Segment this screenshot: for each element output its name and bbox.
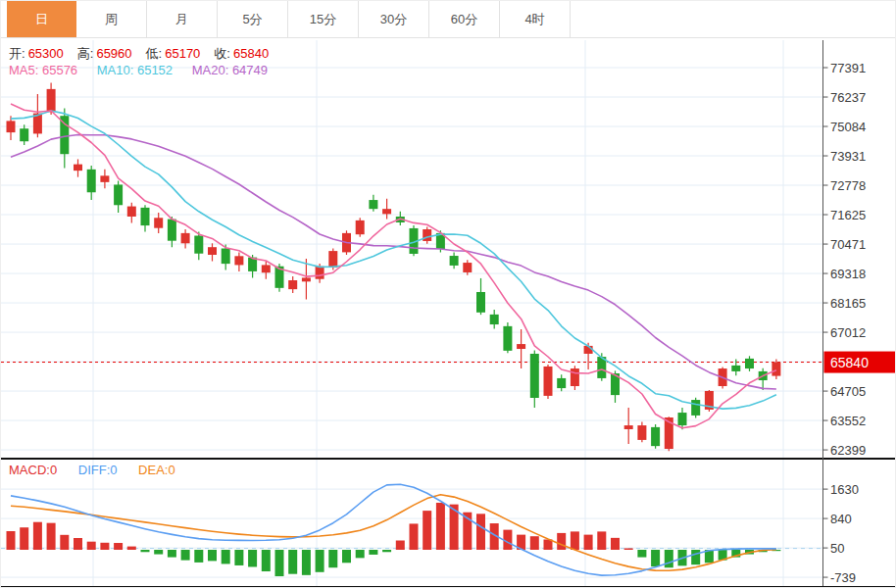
macd-bar[interactable] <box>262 550 271 571</box>
macd-bar[interactable] <box>557 533 566 550</box>
macd-bar[interactable] <box>181 550 190 561</box>
macd-bar[interactable] <box>624 548 633 550</box>
macd-bar[interactable] <box>382 550 391 552</box>
macd-bar[interactable] <box>396 541 405 550</box>
candle[interactable] <box>624 425 633 429</box>
candle[interactable] <box>20 128 28 141</box>
macd-bar[interactable] <box>154 550 163 555</box>
macd-bar[interactable] <box>87 542 96 550</box>
macd-bar[interactable] <box>476 514 485 550</box>
candle[interactable] <box>181 233 190 243</box>
candle[interactable] <box>571 368 579 386</box>
macd-bar[interactable] <box>342 550 351 563</box>
macd-bar[interactable] <box>208 550 217 561</box>
last-price-label: 65840 <box>830 355 869 370</box>
tab-interval-60min[interactable]: 60分 <box>429 1 500 37</box>
macd-bar[interactable] <box>436 503 445 550</box>
macd-bar[interactable] <box>597 531 606 550</box>
candle[interactable] <box>154 218 163 227</box>
macd-bar[interactable] <box>20 527 28 550</box>
macd-bar[interactable] <box>356 550 365 558</box>
macd-bar[interactable] <box>302 550 311 575</box>
macd-bar[interactable] <box>328 550 337 567</box>
macd-bar[interactable] <box>316 550 324 572</box>
candle[interactable] <box>637 425 646 440</box>
candle[interactable] <box>7 121 16 132</box>
candle[interactable] <box>557 378 566 388</box>
macd-bar[interactable] <box>74 538 82 550</box>
macd-bar[interactable] <box>410 523 419 550</box>
candle[interactable] <box>127 207 136 217</box>
candle[interactable] <box>530 354 539 398</box>
candle[interactable] <box>208 247 217 255</box>
macd-bar[interactable] <box>584 535 593 550</box>
candle[interactable] <box>47 89 56 112</box>
last-price-label-group: 65840 <box>824 352 896 373</box>
macd-bar[interactable] <box>691 550 700 564</box>
macd-bar[interactable] <box>530 536 539 550</box>
candle[interactable] <box>316 267 324 279</box>
candle[interactable] <box>328 251 337 268</box>
macd-bar[interactable] <box>114 543 123 550</box>
candle[interactable] <box>463 263 472 272</box>
macd-bar[interactable] <box>194 550 203 563</box>
macd-bar[interactable] <box>571 531 579 550</box>
macd-bar[interactable] <box>47 523 56 550</box>
candle[interactable] <box>114 184 123 205</box>
candle[interactable] <box>369 200 377 209</box>
tab-interval-week[interactable]: 周 <box>76 1 147 37</box>
tab-interval-day[interactable]: 日 <box>7 1 76 37</box>
candle[interactable] <box>678 413 687 425</box>
candle[interactable] <box>234 256 243 265</box>
candle[interactable] <box>87 170 96 192</box>
tab-interval-15min[interactable]: 15分 <box>288 1 359 37</box>
candle[interactable] <box>450 256 459 266</box>
candle[interactable] <box>544 367 553 396</box>
candle[interactable] <box>262 265 271 272</box>
candle[interactable] <box>168 220 176 241</box>
tab-interval-4hour[interactable]: 4时 <box>500 1 571 37</box>
candle[interactable] <box>691 400 700 416</box>
candle[interactable] <box>490 315 499 324</box>
candle[interactable] <box>356 220 365 234</box>
macd-bar[interactable] <box>33 522 42 550</box>
candle[interactable] <box>731 366 740 371</box>
candle[interactable] <box>382 209 391 214</box>
candle[interactable] <box>74 165 82 172</box>
tab-interval-30min[interactable]: 30分 <box>359 1 429 37</box>
candle[interactable] <box>100 175 109 182</box>
candlestick-chart-canvas[interactable]: 7739176237750847393172778716257047169318… <box>1 38 896 588</box>
macd-bar[interactable] <box>141 550 150 552</box>
macd-bar[interactable] <box>248 550 257 566</box>
candle[interactable] <box>302 277 311 281</box>
candle[interactable] <box>288 280 297 289</box>
candle[interactable] <box>194 235 203 253</box>
candle[interactable] <box>423 229 431 241</box>
price-tick-label: 64705 <box>830 384 866 399</box>
macd-bar[interactable] <box>423 511 431 550</box>
candle[interactable] <box>772 363 780 376</box>
macd-bar[interactable] <box>651 550 660 566</box>
macd-bar[interactable] <box>222 550 230 564</box>
macd-bar[interactable] <box>369 550 377 555</box>
candle[interactable] <box>141 208 150 225</box>
macd-bar[interactable] <box>60 535 69 550</box>
macd-bar[interactable] <box>288 550 297 574</box>
candle[interactable] <box>222 249 230 265</box>
candle[interactable] <box>503 326 512 351</box>
macd-bar[interactable] <box>637 550 646 558</box>
macd-bar[interactable] <box>234 550 243 565</box>
tab-interval-month[interactable]: 月 <box>147 1 218 37</box>
macd-bar[interactable] <box>127 547 136 550</box>
tab-interval-5min[interactable]: 5分 <box>218 1 288 37</box>
candle[interactable] <box>651 427 660 446</box>
macd-bar[interactable] <box>100 543 109 550</box>
macd-bar[interactable] <box>7 531 16 550</box>
macd-bar[interactable] <box>611 538 620 550</box>
macd-bar[interactable] <box>168 550 176 558</box>
macd-bar[interactable] <box>665 550 673 567</box>
candle[interactable] <box>476 292 485 313</box>
candle[interactable] <box>517 344 525 349</box>
macd-bar[interactable] <box>275 550 284 576</box>
candle[interactable] <box>745 359 754 368</box>
